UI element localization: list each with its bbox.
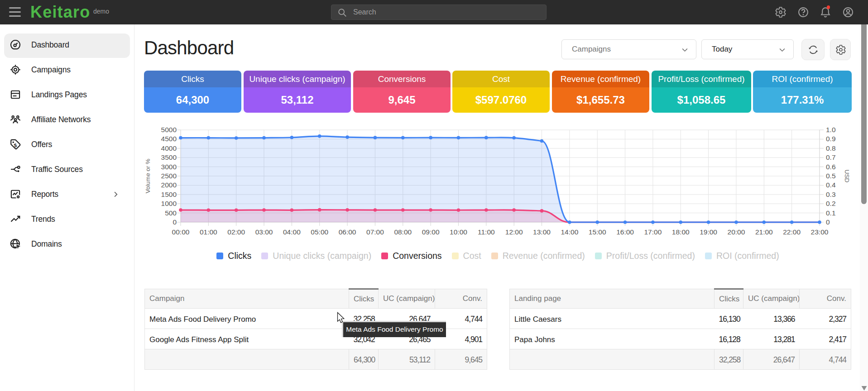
svg-text:22:00: 22:00 [783, 228, 801, 236]
svg-text:20:00: 20:00 [728, 228, 745, 236]
svg-text:0.8: 0.8 [826, 144, 836, 152]
svg-text:03:00: 03:00 [255, 228, 273, 236]
svg-text:09:00: 09:00 [422, 228, 440, 236]
svg-text:USD: USD [844, 170, 850, 183]
svg-text:0.4: 0.4 [826, 181, 836, 189]
svg-text:0.5: 0.5 [826, 172, 836, 180]
svg-text:2500: 2500 [161, 172, 177, 180]
svg-text:04:00: 04:00 [283, 228, 301, 236]
svg-text:4500: 4500 [161, 135, 177, 143]
svg-text:07:00: 07:00 [366, 228, 384, 236]
svg-text:23:00: 23:00 [811, 228, 829, 236]
svg-text:16:00: 16:00 [616, 228, 634, 236]
svg-text:19:00: 19:00 [700, 228, 717, 236]
svg-text:0.9: 0.9 [826, 135, 836, 143]
svg-text:0.3: 0.3 [826, 191, 836, 198]
svg-text:12:00: 12:00 [505, 228, 523, 236]
svg-text:0.6: 0.6 [826, 163, 836, 171]
svg-text:0: 0 [173, 218, 177, 226]
svg-text:3000: 3000 [161, 163, 177, 171]
svg-text:0.2: 0.2 [826, 200, 836, 207]
svg-text:11:00: 11:00 [478, 228, 495, 236]
svg-text:21:00: 21:00 [755, 228, 773, 236]
svg-text:0.1: 0.1 [826, 209, 836, 217]
svg-text:01:00: 01:00 [200, 228, 217, 236]
svg-text:$: $ [14, 143, 18, 148]
svg-text:17:00: 17:00 [644, 228, 662, 236]
svg-text:5000: 5000 [161, 126, 177, 134]
svg-text:1500: 1500 [161, 191, 177, 198]
svg-text:Volume or %: Volume or % [144, 159, 151, 194]
svg-text:500: 500 [165, 209, 177, 217]
svg-text:0.7: 0.7 [826, 153, 836, 161]
svg-text:10:00: 10:00 [450, 228, 467, 236]
svg-text:13:00: 13:00 [533, 228, 551, 236]
svg-text:02:00: 02:00 [227, 228, 245, 236]
svg-text:1000: 1000 [161, 200, 177, 207]
svg-text:14:00: 14:00 [561, 228, 578, 236]
svg-text:0: 0 [826, 218, 830, 226]
svg-text:05:00: 05:00 [311, 228, 328, 236]
svg-text:15:00: 15:00 [589, 228, 606, 236]
svg-text:2000: 2000 [161, 181, 177, 189]
svg-text:1.0: 1.0 [826, 126, 836, 134]
svg-text:18:00: 18:00 [672, 228, 690, 236]
svg-text:4000: 4000 [161, 144, 177, 152]
svg-text:00:00: 00:00 [172, 228, 190, 236]
svg-text:3500: 3500 [161, 153, 177, 161]
svg-text:08:00: 08:00 [394, 228, 412, 236]
svg-text:06:00: 06:00 [339, 228, 356, 236]
